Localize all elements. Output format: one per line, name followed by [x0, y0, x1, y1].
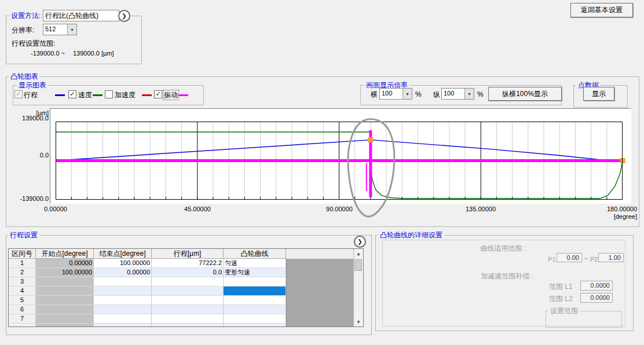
vibration-color-dash	[178, 94, 188, 96]
column-header: 区间号	[9, 249, 36, 259]
table-cell[interactable]	[152, 296, 224, 305]
table-cell[interactable]	[224, 296, 286, 305]
table-cell[interactable]: 4	[9, 287, 36, 296]
dropdown-button[interactable]: ▼	[67, 24, 76, 35]
table-cell[interactable]	[152, 287, 224, 296]
range-from: -139000.0 ~	[20, 49, 65, 57]
vertical-zoom-value: 100	[442, 89, 464, 99]
table-cell[interactable]	[94, 287, 152, 296]
vertical-zoom-select[interactable]: 100 ▼	[441, 88, 474, 100]
table-row	[9, 324, 286, 327]
stroke-checkbox[interactable]: ✓	[14, 90, 23, 98]
table-row: 3	[9, 277, 286, 287]
method-expand-button[interactable]: ❯	[118, 10, 130, 22]
horizontal-zoom-select[interactable]: 100 ▼	[379, 88, 412, 100]
table-cell[interactable]	[94, 296, 152, 305]
table-cell[interactable]: 变形匀速	[224, 268, 286, 277]
chevron-down-icon: ▼	[467, 92, 471, 96]
range-l1-field: 0.0000	[580, 281, 613, 291]
x-tick-0: 0.00000	[32, 205, 79, 212]
scroll-up-button[interactable]: ▲	[354, 249, 363, 258]
table-cell[interactable]	[224, 277, 286, 287]
p2-field: 1.00	[598, 253, 624, 262]
method-group-caption: 设置方法:	[9, 12, 42, 20]
table-cell[interactable]	[36, 277, 94, 287]
velocity-checkbox[interactable]: ✓	[68, 90, 76, 98]
table-cell[interactable]	[94, 324, 152, 327]
table-cell[interactable]	[152, 324, 224, 327]
scroll-up-icon: ▲	[356, 251, 361, 256]
table-cell[interactable]: 6	[9, 305, 36, 314]
fit-100-percent-button[interactable]: 纵横100%显示	[488, 87, 562, 101]
table-cell[interactable]	[152, 314, 224, 324]
cam-chart-caption: 凸轮图表	[9, 72, 40, 80]
set-range-caption: 设置范围	[548, 307, 580, 315]
column-header: 行程[µm]	[152, 249, 224, 259]
cam-curve-detail-caption: 凸轮曲线的详细设置	[378, 231, 444, 239]
app-window: { "colors":{"selection":"#1180d8","capti…	[0, 0, 644, 345]
table-cell[interactable]	[36, 305, 94, 314]
table-row: 7	[9, 314, 286, 324]
acceleration-checkbox[interactable]	[105, 90, 113, 98]
resolution-select[interactable]: 512 ▼	[43, 24, 77, 35]
p2-label: P2	[590, 255, 598, 263]
table-cell[interactable]: 1	[9, 259, 36, 268]
table-cell[interactable]	[152, 277, 224, 287]
dropdown-button[interactable]: ▼	[402, 89, 412, 99]
back-to-basic-settings-button[interactable]: 返回基本设置	[570, 3, 633, 17]
chevron-right-icon: ❯	[122, 13, 126, 19]
method-field[interactable]: 行程比(凸轮曲线)	[43, 10, 119, 21]
x-tick-180: 180.00000	[591, 205, 637, 212]
dropdown-button[interactable]: ▼	[464, 89, 474, 99]
table-cell[interactable]: 0.00000	[36, 259, 94, 268]
chevron-down-icon: ▼	[70, 28, 74, 32]
x-tick-45: 45.00000	[174, 205, 221, 212]
table-cell[interactable]: 100.00000	[94, 259, 152, 268]
vertical-percent: %	[477, 90, 484, 98]
table-cell[interactable]: 5	[9, 296, 36, 305]
table-cell[interactable]: 7	[9, 314, 36, 324]
scrollbar-thumb[interactable]	[354, 259, 362, 271]
column-header: 凸轮曲线	[224, 249, 286, 259]
table-cell[interactable]	[224, 305, 286, 314]
table-cell[interactable]	[94, 277, 152, 287]
table-cell[interactable]	[94, 305, 152, 314]
table-scrollbar[interactable]: ▲ ▼	[353, 249, 363, 326]
table-cell[interactable]	[36, 296, 94, 305]
table-cell[interactable]	[224, 287, 286, 296]
stroke-settings-expand-button[interactable]: ❯	[354, 236, 366, 248]
table-cell[interactable]	[224, 324, 286, 327]
table-cell[interactable]	[36, 287, 94, 296]
range-l2-label: 范围 L2	[549, 295, 573, 303]
y-tick-max: 139000.0	[8, 115, 49, 122]
velocity-color-dash	[93, 94, 103, 96]
table-cell[interactable]: 匀速	[224, 259, 286, 268]
cam-chart-plot	[56, 122, 623, 200]
table-row: 5	[9, 296, 286, 305]
stroke-settings-caption: 行程设置	[8, 231, 39, 239]
table-cell[interactable]: 3	[9, 277, 36, 287]
table-cell[interactable]	[94, 314, 152, 324]
horizontal-label: 横	[371, 90, 378, 98]
table-cell[interactable]	[152, 305, 224, 314]
scroll-down-button[interactable]: ▼	[354, 317, 363, 326]
acceleration-label: 加速度	[115, 91, 136, 99]
table-cell[interactable]: 0.0	[152, 268, 224, 277]
table-cell[interactable]: 100.00000	[36, 268, 94, 277]
vertical-label: 纵	[433, 90, 440, 98]
table-cell[interactable]	[9, 324, 36, 327]
tilde-label: ~	[584, 255, 588, 263]
table-cell[interactable]: 0.00000	[94, 268, 152, 277]
table-cell[interactable]	[224, 314, 286, 324]
range-label: 行程设置范围:	[12, 39, 55, 47]
table-cell[interactable]	[36, 314, 94, 324]
point-data-display-button[interactable]: 显示	[583, 87, 614, 101]
range-l2-field: 0.0000	[580, 293, 613, 303]
table-cell[interactable]: 2	[9, 268, 36, 277]
p1-label: P1	[548, 255, 555, 263]
vibration-checkbox[interactable]: ✓	[154, 90, 162, 98]
p1-field: 0.00	[557, 253, 582, 262]
table-cell[interactable]: 77222.2	[152, 259, 224, 268]
table-cell[interactable]	[36, 324, 94, 327]
stroke-settings-table: 区间号 开始点[degree] 结束点[degree] 行程[µm] 凸轮曲线 …	[8, 248, 364, 327]
